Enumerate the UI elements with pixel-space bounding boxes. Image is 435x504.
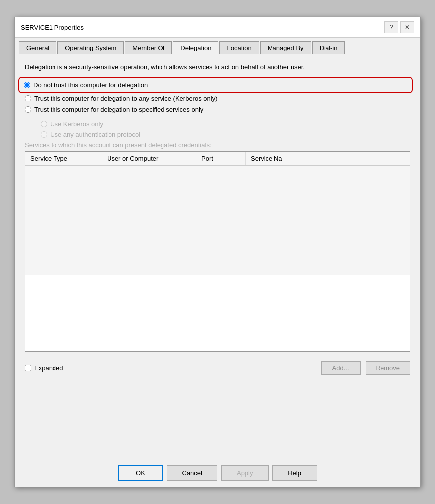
sub-radio-any-protocol: [41, 131, 47, 138]
tab-member-of[interactable]: Member Of: [125, 41, 172, 54]
expanded-checkbox-label[interactable]: Expanded: [25, 364, 316, 372]
help-button[interactable]: ?: [384, 21, 398, 33]
window-title: SERVICE1 Properties: [21, 24, 84, 31]
radio-trust-any-input[interactable]: [25, 95, 31, 101]
sub-option-kerberos: Use Kerberos only: [41, 120, 410, 128]
table-body: [25, 166, 410, 275]
sub-option-any-protocol: Use any authentication protocol: [41, 131, 410, 138]
tabs-bar: General Operating System Member Of Deleg…: [15, 38, 420, 54]
tab-dial-in[interactable]: Dial-in: [312, 41, 345, 54]
tab-location[interactable]: Location: [219, 41, 259, 54]
close-button[interactable]: ✕: [400, 21, 414, 33]
radio-trust-specified[interactable]: Trust this computer for delegation to sp…: [25, 106, 410, 113]
delegation-radio-group: Do not trust this computer for delegatio…: [25, 79, 410, 113]
tab-content: Delegation is a security-sensitive opera…: [15, 54, 420, 459]
title-bar-left: SERVICE1 Properties: [21, 24, 84, 31]
sub-radio-kerberos: [41, 121, 47, 127]
sub-radio-any-protocol-label: Use any authentication protocol: [50, 131, 140, 138]
delegation-description: Delegation is a security-sensitive opera…: [25, 62, 410, 72]
tab-managed-by[interactable]: Managed By: [260, 41, 311, 54]
table-header-row: Service Type User or Computer Port Servi…: [25, 152, 410, 166]
help-footer-button[interactable]: Help: [272, 465, 317, 481]
radio-trust-specified-label: Trust this computer for delegation to sp…: [34, 106, 203, 113]
cancel-button[interactable]: Cancel: [167, 465, 218, 481]
col-header-port: Port: [196, 152, 246, 165]
add-button[interactable]: Add...: [321, 361, 361, 375]
services-table: Service Type User or Computer Port Servi…: [25, 151, 410, 352]
col-header-service-name: Service Na: [246, 152, 410, 165]
radio-trust-specified-input[interactable]: [25, 106, 31, 113]
tab-general[interactable]: General: [19, 41, 56, 54]
col-header-service-type: Service Type: [25, 152, 102, 165]
radio-no-trust-label: Do not trust this computer for delegatio…: [33, 81, 148, 89]
radio-trust-any[interactable]: Trust this computer for delegation to an…: [25, 95, 410, 102]
table-controls: Expanded Add... Remove: [25, 361, 410, 375]
expanded-checkbox[interactable]: [25, 365, 31, 371]
radio-no-trust[interactable]: Do not trust this computer for delegatio…: [21, 79, 410, 91]
ok-button[interactable]: OK: [118, 465, 163, 481]
title-bar: SERVICE1 Properties ? ✕: [15, 17, 420, 38]
expanded-label-text: Expanded: [34, 364, 63, 372]
dialog-window: SERVICE1 Properties ? ✕ General Operatin…: [14, 17, 421, 487]
col-header-user-computer: User or Computer: [102, 152, 196, 165]
dialog-footer: OK Cancel Apply Help: [15, 459, 420, 487]
services-description-label: Services to which this account can prese…: [25, 141, 410, 149]
remove-button[interactable]: Remove: [366, 361, 410, 375]
apply-button[interactable]: Apply: [221, 465, 269, 481]
radio-trust-any-label: Trust this computer for delegation to an…: [34, 95, 217, 102]
tab-delegation[interactable]: Delegation: [173, 41, 218, 54]
tab-operating-system[interactable]: Operating System: [57, 41, 124, 54]
sub-options-group: Use Kerberos only Use any authentication…: [41, 120, 410, 138]
radio-no-trust-input[interactable]: [24, 82, 30, 88]
sub-radio-kerberos-label: Use Kerberos only: [50, 120, 103, 128]
title-bar-buttons: ? ✕: [384, 21, 414, 33]
